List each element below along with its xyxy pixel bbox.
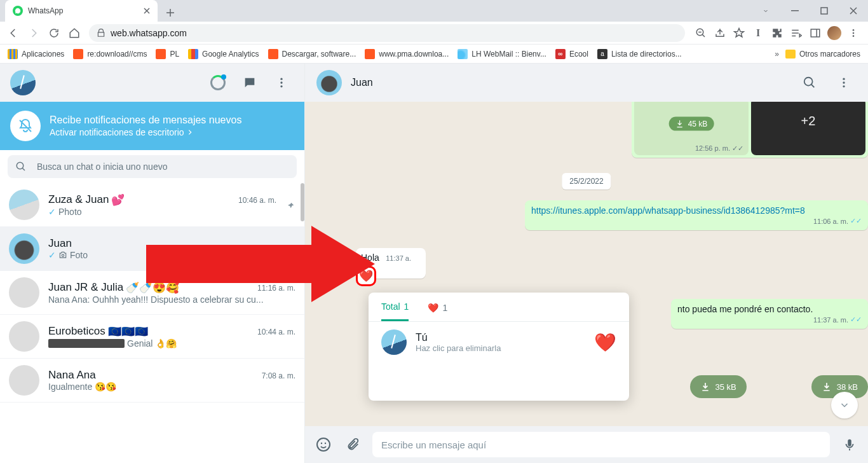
svg-point-5 — [853, 32, 855, 34]
bookmarks-bar: Aplicaciones re:download//cms PL Google … — [0, 45, 868, 64]
svg-point-6 — [853, 35, 855, 37]
reaction-tab-total[interactable]: Total1 — [381, 301, 409, 321]
back-button[interactable] — [4, 24, 23, 43]
notif-subtitle[interactable]: Activar notificaciones de escritorio — [50, 127, 241, 137]
message-input[interactable]: Escribe un mensaje aquí — [372, 432, 830, 457]
heart-icon: ❤️ — [428, 303, 438, 313]
bookmark-redownload[interactable]: re:download//cms — [73, 49, 147, 59]
reload-button[interactable] — [44, 24, 64, 43]
search-in-chat-icon[interactable] — [797, 70, 822, 95]
svg-rect-0 — [791, 10, 799, 11]
menu-icon[interactable] — [269, 70, 294, 95]
messages-area[interactable]: 45 kB 12:56 p. m.✓✓ +2 25/2/2022 https:/… — [305, 102, 868, 426]
reaction-user-row[interactable]: Tú Haz clic para eliminarla ❤️ — [369, 322, 629, 363]
bookmark-pma[interactable]: www.pma.downloa... — [365, 49, 449, 59]
bookmark-descargar[interactable]: Descargar, software... — [268, 49, 356, 59]
zoom-icon[interactable] — [694, 26, 708, 40]
download-icon — [700, 382, 710, 392]
extensions-puzzle-icon[interactable] — [770, 26, 784, 40]
message-text: nto pueda me pondré en contacto. — [677, 304, 862, 314]
chat-menu-icon[interactable] — [831, 70, 857, 95]
sidepanel-icon[interactable] — [808, 26, 822, 40]
outgoing-media-group[interactable]: 45 kB 12:56 p. m.✓✓ +2 — [632, 95, 868, 158]
cloud-icon — [458, 49, 468, 59]
outgoing-link-message[interactable]: https://itunes.apple.com/app/whatsapp-bu… — [525, 200, 868, 230]
svg-point-15 — [843, 85, 844, 87]
bookmark-analytics[interactable]: Google Analytics — [188, 49, 259, 59]
attach-button[interactable] — [343, 438, 362, 452]
bookmark-icon — [156, 49, 166, 59]
share-icon[interactable] — [713, 26, 727, 40]
search-placeholder: Busca un chat o inicia uno nuevo — [37, 162, 167, 172]
media-thumbnail-more[interactable]: +2 — [751, 98, 865, 155]
analytics-icon — [188, 49, 198, 59]
bookmark-apps[interactable]: Aplicaciones — [8, 49, 64, 59]
chat-item-eurobeticos[interactable]: Eurobeticos 🇪🇺🇪🇺🇪🇺10:44 a. m. Genial 👌🤗 — [0, 315, 304, 359]
forward-button[interactable] — [24, 24, 43, 43]
emoji-button[interactable] — [314, 437, 333, 452]
other-bookmarks[interactable]: Otros marcadores — [785, 50, 860, 59]
chat-name: Eurobeticos 🇪🇺🇪🇺🇪🇺 — [48, 325, 148, 338]
svg-point-14 — [843, 81, 844, 83]
extension-i-icon[interactable]: I — [751, 26, 765, 40]
maximize-button[interactable] — [810, 0, 839, 22]
search-input[interactable]: Busca un chat o inicia uno nuevo — [8, 155, 297, 178]
address-bar[interactable]: web.whatsapp.com — [89, 24, 685, 42]
outgoing-message-response[interactable]: nto pueda me pondré en contacto. 11:37 a… — [671, 299, 868, 329]
browser-tab[interactable]: WhatsApp — [5, 0, 158, 22]
status-icon[interactable] — [205, 70, 231, 95]
minimize-button[interactable] — [780, 0, 810, 22]
new-tab-button[interactable] — [161, 4, 179, 22]
reactor-avatar — [381, 329, 407, 355]
profile-avatar[interactable] — [827, 26, 841, 40]
download-icon — [675, 120, 684, 128]
mic-button[interactable] — [840, 438, 859, 452]
search-row: Busca un chat o inicia uno nuevo — [0, 150, 304, 183]
close-button[interactable] — [839, 0, 868, 22]
heart-icon: ❤️ — [594, 332, 616, 353]
chat-time: 10:46 a. m. — [238, 196, 276, 205]
scroll-to-bottom-button[interactable] — [831, 392, 858, 418]
download-button[interactable]: 35 kB — [690, 375, 747, 398]
annotation-arrow — [146, 219, 381, 308]
chat-item-nana-ana[interactable]: Nana Ana7:08 a. m. Igualmente 😘😘 — [0, 359, 304, 403]
read-tick-icon: ✓ — [48, 250, 56, 260]
tab-close-icon[interactable] — [144, 8, 150, 14]
media-thumbnail[interactable]: 45 kB 12:56 p. m.✓✓ — [634, 98, 749, 155]
double-tick-icon: ✓✓ — [850, 217, 862, 225]
message-time: 12:56 p. m.✓✓ — [695, 144, 743, 153]
reaction-tab-heart[interactable]: ❤️1 — [428, 301, 447, 321]
bookmark-dir[interactable]: aLista de directorios... — [597, 49, 682, 59]
chat-preview: Igualmente 😘😘 — [48, 382, 295, 392]
chevron-down-icon[interactable] — [751, 0, 780, 22]
extensions-row: I — [690, 26, 864, 40]
chat-preview: Genial 👌🤗 — [48, 338, 295, 349]
playlist-icon[interactable] — [789, 26, 803, 40]
bell-slash-icon — [10, 111, 41, 141]
bookmarks-overflow-icon[interactable]: » — [775, 50, 779, 59]
message-time: 11:37 a. m.✓✓ — [677, 315, 862, 324]
browser-menu-icon[interactable] — [846, 26, 860, 40]
bookmark-pl[interactable]: PL — [156, 49, 179, 59]
notification-banner[interactable]: Recibe notificaciones de mensajes nuevos… — [0, 102, 304, 150]
chat-name: Juan — [48, 237, 72, 250]
chat-name: Zuza & Juan 💕 — [48, 193, 125, 207]
download-button[interactable]: 45 kB — [669, 117, 714, 131]
read-tick-icon: ✓ — [48, 207, 56, 217]
new-chat-icon[interactable] — [237, 70, 262, 95]
conversation-title[interactable]: Juan — [351, 77, 373, 88]
svg-point-18 — [321, 443, 322, 444]
home-button[interactable] — [65, 24, 84, 43]
link-text[interactable]: https://itunes.apple.com/app/whatsapp-bu… — [531, 205, 862, 216]
chat-avatar — [9, 190, 39, 220]
star-icon[interactable] — [732, 26, 746, 40]
svg-rect-1 — [821, 8, 827, 14]
conversation-avatar[interactable] — [316, 70, 342, 95]
whatsapp-favicon-icon — [13, 6, 23, 16]
bookmark-lh[interactable]: LH WebMail :: Bienv... — [458, 49, 546, 59]
date-separator: 25/2/2022 — [562, 173, 611, 190]
own-avatar[interactable] — [10, 70, 36, 95]
bookmark-ecool[interactable]: ∞Ecool — [555, 49, 588, 59]
lock-icon — [97, 29, 105, 38]
chat-panel: Juan 45 kB 12:56 p. m.✓✓ +2 25/2/2 — [305, 64, 868, 463]
